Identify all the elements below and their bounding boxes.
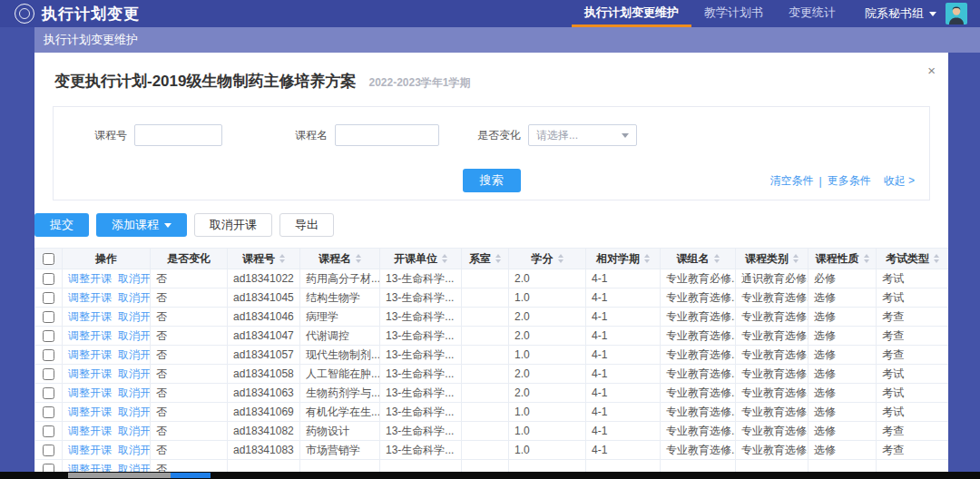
cancel-course-button[interactable]: 取消开课 <box>194 213 272 237</box>
cancel-course-link[interactable]: 取消开课 <box>118 348 151 361</box>
cell-nature: 选修 <box>808 365 877 384</box>
search-button[interactable]: 搜索 <box>463 169 521 192</box>
sort-icon[interactable] <box>356 254 361 263</box>
cell-category: 通识教育必修... <box>736 269 808 288</box>
cell-course_no: ad18341047 <box>228 327 300 346</box>
tab-change-statistics[interactable]: 变更统计 <box>776 0 848 27</box>
column-header-10[interactable]: 课程性质 <box>808 249 877 269</box>
cell-exam: 考查 <box>877 327 949 346</box>
cell-changed: 否 <box>151 269 228 288</box>
cell-unit: 13-生命科学... <box>380 269 462 288</box>
cell-course_name: 病理学 <box>300 308 380 327</box>
cell-nature: 选修 <box>808 403 877 422</box>
sort-icon[interactable] <box>644 254 650 263</box>
table-row: 调整开课取消开课否ad18341082药物设计13-生命科学...1.04-1专… <box>35 422 949 441</box>
sort-icon[interactable] <box>793 254 799 263</box>
cell-exam: 考查 <box>877 346 949 365</box>
row-checkbox[interactable] <box>43 387 54 399</box>
add-course-dropdown-button[interactable]: 添加课程 <box>96 213 187 237</box>
cell-category: 专业教育选修... <box>736 308 808 327</box>
bottom-scrollbar-track <box>0 472 980 479</box>
row-checkbox[interactable] <box>43 425 54 437</box>
avatar[interactable] <box>946 3 967 24</box>
cell-course_no: ad18341063 <box>228 384 300 403</box>
collapse-link[interactable]: 收起 > <box>884 173 915 189</box>
cell-course_no: ad18341082 <box>228 422 300 441</box>
column-header-label: 课程名 <box>318 251 351 267</box>
sort-icon[interactable] <box>558 254 564 263</box>
adjust-course-link[interactable]: 调整开课 <box>68 367 112 380</box>
cell-dept <box>462 346 509 365</box>
cancel-course-link[interactable]: 取消开课 <box>118 272 151 285</box>
sort-icon[interactable] <box>495 254 501 263</box>
cancel-course-link[interactable]: 取消开课 <box>118 310 151 323</box>
cell-course_name: 药物设计 <box>300 422 380 441</box>
row-checkbox[interactable] <box>43 330 54 342</box>
row-checkbox[interactable] <box>43 368 54 380</box>
sort-icon[interactable] <box>714 254 720 263</box>
search-filter-box: 课程号 课程名 是否变化 请选择... 搜索 清空条件 | 更多条件 收起 <box>53 106 930 200</box>
course-no-input[interactable] <box>134 124 222 146</box>
tab-teaching-plan-book[interactable]: 教学计划书 <box>691 0 776 27</box>
changed-select-placeholder: 请选择... <box>536 128 578 143</box>
cell-unit: 13-生命科学... <box>380 441 462 460</box>
adjust-course-link[interactable]: 调整开课 <box>68 425 112 437</box>
breadcrumb[interactable]: 执行计划变更维护 <box>44 32 138 48</box>
adjust-course-link[interactable]: 调整开课 <box>68 386 112 399</box>
cell-credits: 1.0 <box>509 346 586 365</box>
column-header-8[interactable]: 课组名 <box>661 249 736 269</box>
sort-icon[interactable] <box>442 254 447 263</box>
adjust-course-link[interactable]: 调整开课 <box>68 329 112 342</box>
cell-changed: 否 <box>151 288 228 308</box>
column-header-5[interactable]: 系室 <box>462 249 509 269</box>
row-checkbox[interactable] <box>43 445 54 456</box>
cell-unit: 13-生命科学... <box>380 308 462 327</box>
adjust-course-link[interactable]: 调整开课 <box>68 348 112 361</box>
select-all-checkbox[interactable] <box>43 253 54 265</box>
more-conditions-link[interactable]: 更多条件 <box>828 173 871 189</box>
export-button[interactable]: 导出 <box>279 213 334 237</box>
column-header-9[interactable]: 课程类别 <box>736 249 808 269</box>
adjust-course-link[interactable]: 调整开课 <box>68 444 112 456</box>
column-header-11[interactable]: 考试类型 <box>877 249 949 269</box>
row-checkbox[interactable] <box>43 349 54 361</box>
row-checkbox[interactable] <box>43 292 54 304</box>
column-header-3[interactable]: 课程名 <box>300 249 380 269</box>
row-checkbox[interactable] <box>43 311 54 323</box>
column-header-7[interactable]: 相对学期 <box>586 249 661 269</box>
row-actions: 调整开课取消开课 <box>63 441 151 460</box>
column-header-label: 课程号 <box>242 251 275 267</box>
sort-icon[interactable] <box>864 254 869 263</box>
scrollbar-thumb[interactable] <box>171 473 211 478</box>
cell-course_name: 结构生物学 <box>300 288 380 308</box>
cancel-course-link[interactable]: 取消开课 <box>118 291 151 304</box>
column-header-4[interactable]: 开课单位 <box>380 249 462 269</box>
row-checkbox[interactable] <box>43 273 54 285</box>
adjust-course-link[interactable]: 调整开课 <box>68 406 112 418</box>
clear-conditions-link[interactable]: 清空条件 <box>770 173 814 189</box>
cell-course_no: ad18341046 <box>228 308 300 327</box>
cancel-course-link[interactable]: 取消开课 <box>118 406 151 418</box>
changed-select[interactable]: 请选择... <box>528 124 637 146</box>
column-header-2[interactable]: 课程号 <box>228 249 300 269</box>
user-role-dropdown[interactable]: 院系秘书组 <box>865 5 936 22</box>
submit-button[interactable]: 提交 <box>34 213 89 237</box>
cancel-course-link[interactable]: 取消开课 <box>118 386 151 399</box>
tab-plan-change-maintenance[interactable]: 执行计划变更维护 <box>572 0 691 27</box>
cancel-course-link[interactable]: 取消开课 <box>118 367 151 380</box>
table-row: 调整开课取消开课否ad18341083市场营销学13-生命科学...1.04-1… <box>35 441 949 460</box>
close-icon[interactable]: × <box>927 64 936 77</box>
cancel-course-link[interactable]: 取消开课 <box>118 329 151 342</box>
cell-nature: 选修 <box>808 288 877 308</box>
column-header-6[interactable]: 学分 <box>509 249 586 269</box>
adjust-course-link[interactable]: 调整开课 <box>68 310 112 323</box>
sort-icon[interactable] <box>279 254 285 263</box>
column-header-label: 学分 <box>532 251 554 267</box>
cancel-course-link[interactable]: 取消开课 <box>118 444 151 456</box>
adjust-course-link[interactable]: 调整开课 <box>68 272 112 285</box>
course-name-input[interactable] <box>335 124 439 146</box>
cancel-course-link[interactable]: 取消开课 <box>118 425 151 437</box>
sort-icon[interactable] <box>934 254 939 263</box>
adjust-course-link[interactable]: 调整开课 <box>68 291 112 304</box>
row-checkbox[interactable] <box>43 406 54 418</box>
